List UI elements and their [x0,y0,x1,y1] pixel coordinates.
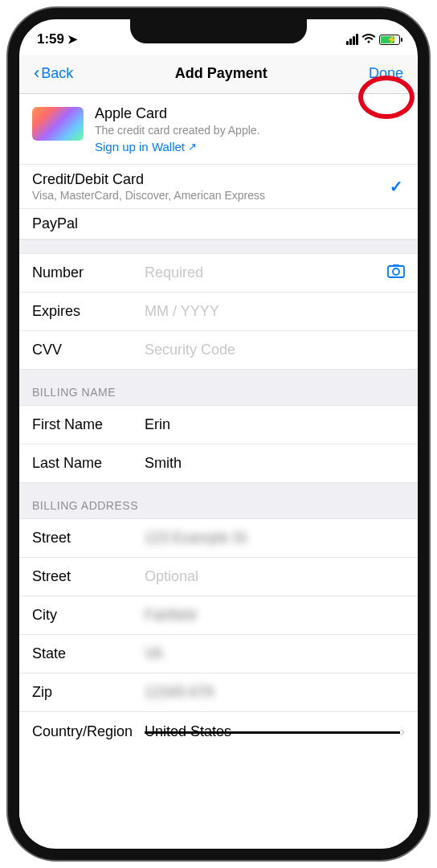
chevron-right-icon: › [400,723,405,740]
payment-option-paypal[interactable]: PayPal [19,209,418,240]
country-region-row[interactable]: Country/Region United States › [19,712,418,751]
state-row[interactable]: State VA [19,635,418,674]
done-button[interactable]: Done [364,62,408,85]
svg-rect-2 [393,264,399,267]
country-value: United States [145,723,400,740]
card-expires-row[interactable]: Expires MM / YYYY [19,293,418,331]
last-name-input[interactable]: Smith [145,455,405,472]
page-title: Add Payment [175,65,268,82]
first-name-row[interactable]: First Name Erin [19,406,418,444]
payment-option-credit-debit[interactable]: Credit/Debit Card Visa, MasterCard, Disc… [19,165,418,209]
last-name-row[interactable]: Last Name Smith [19,444,418,483]
credit-debit-sub: Visa, MasterCard, Discover, American Exp… [32,189,405,202]
chevron-left-icon: ‹ [34,64,39,82]
notch [130,19,307,43]
credit-debit-title: Credit/Debit Card [32,171,405,188]
first-name-label: First Name [32,416,145,433]
svg-point-1 [393,268,399,275]
cvv-input[interactable]: Security Code [145,342,405,358]
street-input[interactable]: 123 Example St [145,530,405,547]
street2-label: Street [32,568,145,585]
card-number-row[interactable]: Number Required [19,254,418,293]
state-input[interactable]: VA [145,645,405,662]
apple-card-icon [32,107,84,141]
number-label: Number [32,264,145,281]
expires-input[interactable]: MM / YYYY [145,303,405,320]
apple-card-title: Apple Card [95,105,259,122]
card-cvv-row[interactable]: CVV Security Code [19,331,418,370]
content-scroll[interactable]: Apple Card The credit card created by Ap… [19,94,418,848]
cvv-label: CVV [32,342,145,358]
apple-card-link[interactable]: Sign up in Wallet ↗ [95,140,197,154]
zip-row[interactable]: Zip 12345-678 [19,674,418,712]
location-icon: ➤ [67,32,78,47]
state-label: State [32,645,145,662]
number-input[interactable]: Required [145,264,381,281]
city-input[interactable]: Fairfield [145,607,405,624]
checkmark-icon: ✓ [390,177,403,196]
zip-label: Zip [32,684,145,701]
wifi-icon [361,33,376,47]
expires-label: Expires [32,303,145,320]
billing-name-header: BILLING NAME [19,370,418,406]
street2-input[interactable]: Optional [145,568,405,585]
external-link-icon: ↗ [188,141,197,153]
battery-icon: ⚡ [379,35,400,45]
apple-card-subtitle: The credit card created by Apple. [95,124,259,137]
billing-address-header: BILLING ADDRESS [19,483,418,519]
city-label: City [32,607,145,624]
last-name-label: Last Name [32,455,145,472]
zip-input[interactable]: 12345-678 [145,684,405,701]
country-label: Country/Region [32,723,145,740]
paypal-title: PayPal [32,215,405,232]
apple-card-link-label: Sign up in Wallet [95,140,185,154]
back-button[interactable]: ‹ Back [29,61,78,85]
cellular-signal-icon [346,34,358,45]
status-time: 1:59 [37,31,64,47]
city-row[interactable]: City Fairfield [19,596,418,635]
nav-bar: ‹ Back Add Payment Done [19,55,418,94]
first-name-input[interactable]: Erin [145,416,405,433]
back-label: Back [41,65,73,82]
apple-card-promo[interactable]: Apple Card The credit card created by Ap… [19,94,418,165]
street-label: Street [32,530,145,547]
camera-icon[interactable] [381,264,405,282]
street-row[interactable]: Street 123 Example St [19,519,418,558]
section-divider [19,240,418,254]
done-label: Done [369,65,403,82]
street2-row[interactable]: Street Optional [19,558,418,596]
